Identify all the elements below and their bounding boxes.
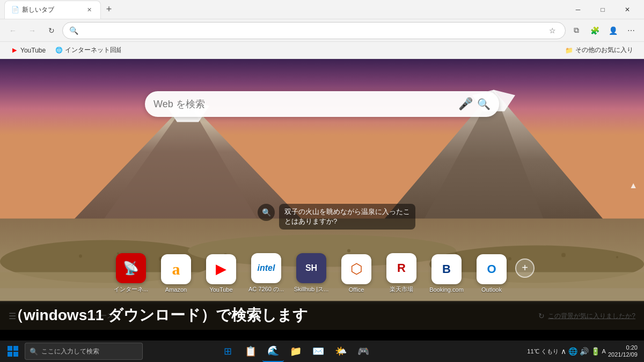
tab-title: 新しいタブ <box>22 5 81 14</box>
subtitle-text: （windows11 ダウンロード）で検索します <box>9 305 308 326</box>
quick-link-icon-skillhub: SH <box>296 253 326 283</box>
taskbar-icon-widgets[interactable]: ⊞ <box>217 341 239 362</box>
quick-link-label-skillhub: Skillhub |ス... <box>294 285 329 293</box>
taskbar-icon-weather[interactable]: 🌤️ <box>330 341 352 362</box>
taskbar-search-box[interactable]: 🔍 ここに入力して検索 <box>25 343 143 360</box>
svg-rect-25 <box>8 346 12 351</box>
quick-link-amazon[interactable]: a Amazon <box>155 250 197 297</box>
quick-link-rakuten[interactable]: R 楽天市場 <box>380 249 423 298</box>
weather-temp: 11℃ くもり <box>527 348 558 356</box>
search-glass-icon[interactable]: 🔍 <box>477 98 491 110</box>
bookmarks-bar: ▶ YouTube 🌐 インターネット回線の... 📁 その他のお気に入り <box>0 42 644 59</box>
bookmark-folder[interactable]: 📁 その他のお気に入り <box>561 44 638 56</box>
time-display: 0:20 <box>608 344 638 351</box>
window-controls: ─ □ ✕ <box>566 0 640 19</box>
maximize-button[interactable]: □ <box>590 0 615 19</box>
browser-window: 📄 新しいタブ ✕ + ─ □ ✕ ← → ↻ 🔍 ☆ ⧉ 🧩 <box>0 0 644 362</box>
svg-rect-26 <box>13 346 18 351</box>
web-search-input[interactable] <box>153 99 454 110</box>
quick-link-intel[interactable]: intel AC 7260 の... <box>245 249 288 298</box>
quick-link-label-office: Office <box>349 286 364 293</box>
close-button[interactable]: ✕ <box>615 0 640 19</box>
info-bubble-icon: 🔍 <box>258 204 275 221</box>
quick-link-youtube[interactable]: ▶ YouTube <box>200 250 243 297</box>
svg-rect-28 <box>13 352 18 357</box>
quick-link-icon-outlook: O <box>477 254 507 284</box>
taskbar-icon-extra[interactable]: 🎮 <box>353 341 374 362</box>
taskbar-left: 🔍 ここに入力して検索 <box>2 341 143 362</box>
start-button[interactable] <box>2 341 24 362</box>
network-icon[interactable]: 🌐 <box>568 347 577 356</box>
profile-button[interactable]: 👤 <box>604 22 621 39</box>
taskbar-icon-mail[interactable]: ✉️ <box>308 341 329 362</box>
chevron-up-icon[interactable]: ∧ <box>561 347 566 356</box>
search-container: 🎤 🔍 <box>145 91 499 117</box>
address-actions: ☆ <box>546 24 559 37</box>
address-bar[interactable]: 🔍 ☆ <box>62 22 566 39</box>
bookmark-internet-label: インターネット回線の... <box>65 46 121 55</box>
search-icon: 🔍 <box>69 26 78 35</box>
quick-link-internet[interactable]: 📡 インターネ... <box>109 249 152 298</box>
taskbar-search-icon: 🔍 <box>30 348 38 356</box>
extensions-button[interactable]: 🧩 <box>586 22 603 39</box>
quick-link-label-booking: Booking.com <box>429 286 464 293</box>
subtitle-overlay: （windows11 ダウンロード）で検索します <box>0 301 644 330</box>
quick-link-icon-booking: B <box>431 254 462 284</box>
volume-icon[interactable]: 🔊 <box>580 347 589 356</box>
tab-bar: 📄 新しいタブ ✕ + <box>4 0 117 19</box>
browser-content: 🎤 🔍 🔍 双子の火山を眺めながら温泉に入ったことはありますか? ▲ 📡 インタ… <box>0 59 644 330</box>
time-block[interactable]: 0:20 2021/12/09 <box>608 344 638 358</box>
battery-icon[interactable]: 🔋 <box>591 347 600 356</box>
taskbar-icon-edge[interactable]: 🌊 <box>262 341 284 362</box>
bookmark-youtube-label: YouTube <box>20 47 46 54</box>
taskbar-icon-explorer[interactable]: 📁 <box>285 341 306 362</box>
quick-link-label-rakuten: 楽天市場 <box>390 285 413 293</box>
nav-bar: ← → ↻ 🔍 ☆ ⧉ 🧩 👤 ⋯ <box>0 19 644 42</box>
browser-tab-active[interactable]: 📄 新しいタブ ✕ <box>4 1 101 19</box>
quick-link-icon-intel: intel <box>251 253 281 283</box>
info-bubble-text: 双子の火山を眺めながら温泉に入ったことはありますか? <box>279 204 415 230</box>
minimize-button[interactable]: ─ <box>566 0 590 19</box>
taskbar-search-label: ここに入力して検索 <box>41 347 99 356</box>
internet-favicon: 🌐 <box>55 47 63 54</box>
taskbar-icon-chat[interactable]: 📋 <box>240 341 261 362</box>
quick-link-label-internet: インターネ... <box>114 285 148 293</box>
tab-close-button[interactable]: ✕ <box>84 5 94 14</box>
quick-link-icon-office: ⬡ <box>341 254 371 284</box>
input-method-icon[interactable]: A <box>602 348 606 354</box>
quick-link-office[interactable]: ⬡ Office <box>335 250 378 297</box>
back-button[interactable]: ← <box>4 22 21 39</box>
date-display: 2021/12/09 <box>608 351 638 358</box>
svg-rect-27 <box>8 352 12 357</box>
nav-right-buttons: ⧉ 🧩 👤 ⋯ <box>568 22 640 39</box>
folder-icon: 📁 <box>565 47 573 54</box>
quick-link-icon-internet: 📡 <box>116 253 146 283</box>
taskbar-right: 11℃ くもり ∧ 🌐 🔊 🔋 A 0:20 2021/12/09 <box>523 344 642 358</box>
windows-logo-icon <box>8 346 18 357</box>
quick-link-label-amazon: Amazon <box>165 286 187 293</box>
address-input[interactable] <box>83 26 541 34</box>
search-box[interactable]: 🎤 🔍 <box>145 91 499 117</box>
folder-label: その他のお気に入り <box>575 46 633 55</box>
quick-link-icon-youtube: ▶ <box>206 254 236 284</box>
forward-button[interactable]: → <box>24 22 41 39</box>
tab-favicon: 📄 <box>11 6 19 13</box>
scroll-up-arrow[interactable]: ▲ <box>629 181 638 190</box>
title-bar: 📄 新しいタブ ✕ + ─ □ ✕ <box>0 0 644 19</box>
refresh-button[interactable]: ↻ <box>43 22 60 39</box>
quick-link-skillhub[interactable]: SH Skillhub |ス... <box>290 249 333 298</box>
quick-link-booking[interactable]: B Booking.com <box>425 250 468 297</box>
bookmark-youtube[interactable]: ▶ YouTube <box>6 45 50 56</box>
bookmark-internet[interactable]: 🌐 インターネット回線の... <box>51 44 121 56</box>
quick-link-icon-rakuten: R <box>386 253 416 283</box>
collections-button[interactable]: ⧉ <box>568 22 585 39</box>
settings-button[interactable]: ⋯ <box>623 22 640 39</box>
quick-link-icon-amazon: a <box>161 254 191 284</box>
favorites-button[interactable]: ☆ <box>546 24 559 37</box>
new-tab-button[interactable]: + <box>101 2 117 18</box>
microphone-icon[interactable]: 🎤 <box>458 97 473 111</box>
add-quick-link-button[interactable]: + <box>515 258 535 278</box>
quick-link-outlook[interactable]: O Outlook <box>470 250 513 297</box>
youtube-favicon: ▶ <box>11 47 18 54</box>
quick-link-label-intel: AC 7260 の... <box>248 285 284 293</box>
